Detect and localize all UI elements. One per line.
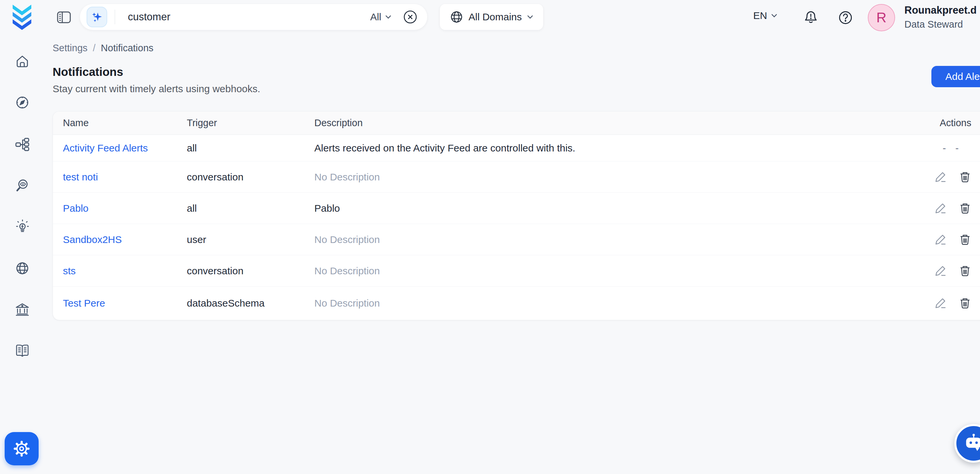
chat-bot-button[interactable] xyxy=(955,424,980,463)
delete-alert-button[interactable] xyxy=(959,233,971,246)
trash-icon xyxy=(959,233,971,246)
settings-gear-icon xyxy=(13,440,30,457)
table-header-row: Name Trigger Description Actions xyxy=(53,111,980,135)
user-meta: Rounakpreet.d Data Steward xyxy=(904,4,977,30)
glossary-book-icon[interactable] xyxy=(15,343,30,358)
search-scope-dropdown[interactable]: All xyxy=(370,11,391,23)
language-dropdown[interactable]: EN xyxy=(753,10,777,21)
table-row: sts conversation No Description xyxy=(53,255,980,286)
edit-alert-button[interactable] xyxy=(934,233,947,246)
user-name: Rounakpreet.d xyxy=(904,4,977,17)
global-search-bar[interactable]: All xyxy=(80,4,427,30)
alert-description: Pablo xyxy=(314,203,890,214)
alert-trigger: all xyxy=(187,203,314,214)
column-header-trigger[interactable]: Trigger xyxy=(187,118,314,129)
app-root: All All Domains EN xyxy=(0,0,980,474)
sidebar-toggle-icon[interactable] xyxy=(57,10,71,25)
no-actions-placeholder: - - xyxy=(943,142,962,154)
column-header-description[interactable]: Description xyxy=(314,118,890,129)
lineage-flow-icon[interactable] xyxy=(15,137,30,152)
alert-description: Alerts received on the Activity Feed are… xyxy=(314,142,890,154)
column-header-actions: Actions xyxy=(890,118,980,129)
domains-filter-dropdown[interactable]: All Domains xyxy=(440,4,543,30)
page-subtitle: Stay current with timely alerts using we… xyxy=(52,83,260,94)
pencil-icon xyxy=(934,171,947,183)
alert-description: No Description xyxy=(314,297,890,309)
alert-name-link[interactable]: Sandbox2HS xyxy=(63,234,122,245)
alert-name-link[interactable]: Activity Feed Alerts xyxy=(63,142,148,153)
delete-alert-button[interactable] xyxy=(959,171,971,183)
alert-name-link[interactable]: Pablo xyxy=(63,203,89,214)
breadcrumb-separator: / xyxy=(93,43,95,54)
trash-icon xyxy=(959,297,971,310)
edit-alert-button[interactable] xyxy=(934,297,947,310)
table-row: Sandbox2HS user No Description xyxy=(53,224,980,255)
table-row: Activity Feed Alerts all Alerts received… xyxy=(53,135,980,161)
user-role: Data Steward xyxy=(904,18,977,30)
domains-filter-label: All Domains xyxy=(469,11,522,23)
add-alert-button[interactable]: Add Alert xyxy=(931,66,980,87)
alert-trigger: databaseSchema xyxy=(187,297,314,309)
alert-name-link[interactable]: sts xyxy=(63,265,76,276)
alert-trigger: conversation xyxy=(187,265,314,277)
home-icon[interactable] xyxy=(15,54,30,69)
trash-icon xyxy=(959,202,971,215)
alert-description: No Description xyxy=(314,265,890,277)
column-header-name[interactable]: Name xyxy=(53,118,187,129)
alert-trigger: conversation xyxy=(187,172,314,183)
globe-icon xyxy=(450,10,463,24)
language-label: EN xyxy=(753,10,767,21)
observability-search-eye-icon[interactable] xyxy=(15,178,30,193)
delete-alert-button[interactable] xyxy=(959,265,971,277)
alert-name-link[interactable]: test noti xyxy=(63,172,98,183)
explore-compass-icon[interactable] xyxy=(15,95,30,110)
top-bar: All All Domains EN xyxy=(0,0,980,35)
table-row: test noti conversation No Description xyxy=(53,161,980,193)
pencil-icon xyxy=(934,297,947,310)
chevron-down-icon xyxy=(771,14,777,17)
pencil-icon xyxy=(934,265,947,277)
ai-sparkles-icon[interactable] xyxy=(87,7,107,27)
breadcrumb-settings[interactable]: Settings xyxy=(52,43,88,54)
delete-alert-button[interactable] xyxy=(959,297,971,310)
search-clear-icon[interactable] xyxy=(402,9,418,25)
notifications-table: Name Trigger Description Actions Activit… xyxy=(52,111,980,320)
pencil-icon xyxy=(934,202,947,215)
robot-icon xyxy=(963,433,980,454)
avatar-initial: R xyxy=(877,10,886,25)
alert-trigger: user xyxy=(187,234,314,245)
domains-globe-icon[interactable] xyxy=(15,261,30,276)
pencil-icon xyxy=(934,233,947,246)
app-logo-icon[interactable] xyxy=(9,3,35,32)
chevron-down-icon xyxy=(385,15,391,19)
trash-icon xyxy=(959,171,971,183)
table-row: Pablo all Pablo xyxy=(53,193,980,224)
alert-description: No Description xyxy=(314,234,890,245)
breadcrumb-notifications: Notifications xyxy=(101,43,154,54)
chevron-down-icon xyxy=(527,15,533,19)
breadcrumb: Settings / Notifications xyxy=(52,43,154,54)
alert-name-link[interactable]: Test Pere xyxy=(63,297,105,309)
notification-bell-icon[interactable] xyxy=(802,9,819,26)
left-sidebar xyxy=(0,35,44,474)
alert-trigger: all xyxy=(187,142,314,154)
edit-alert-button[interactable] xyxy=(934,265,947,277)
alert-description: No Description xyxy=(314,172,890,183)
user-avatar[interactable]: R xyxy=(868,4,895,31)
help-circle-icon[interactable] xyxy=(837,9,854,26)
delete-alert-button[interactable] xyxy=(959,202,971,215)
edit-alert-button[interactable] xyxy=(934,171,947,183)
edit-alert-button[interactable] xyxy=(934,202,947,215)
search-input[interactable] xyxy=(128,11,370,23)
insights-bulb-icon[interactable] xyxy=(15,220,30,235)
govern-bank-icon[interactable] xyxy=(15,302,30,317)
search-scope-label: All xyxy=(370,11,381,23)
table-row: Test Pere databaseSchema No Description xyxy=(53,286,980,320)
trash-icon xyxy=(959,265,971,277)
search-divider xyxy=(115,10,115,24)
page-title: Notifications xyxy=(52,65,123,78)
sidebar-item-settings[interactable] xyxy=(5,432,39,465)
